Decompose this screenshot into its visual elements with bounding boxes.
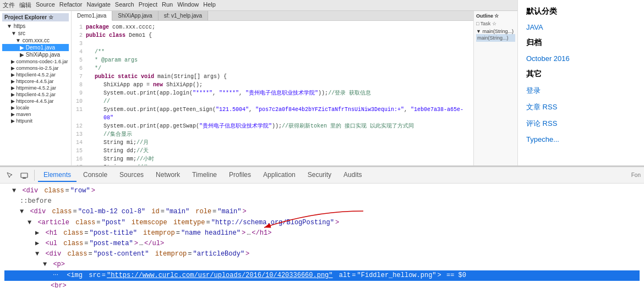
ide-content: Project Explorer ☆ ▼ https ▼ src ▼ com.x… <box>0 11 517 165</box>
dom-line[interactable]: ▶ <h1 class="post-title" itemprop="name … <box>4 228 640 239</box>
tree-item[interactable]: ▶ commons-codec-1.6.jar <box>2 58 69 65</box>
top-section: 文件 编辑 Source Refactor Navigate Search Pr… <box>0 0 644 166</box>
menu-edit[interactable]: 编辑 <box>19 1 31 9</box>
archive-oct2016[interactable]: October 2016 <box>526 53 636 64</box>
devtools-content[interactable]: ▼ <div class="row"> ::before ▼ <div clas… <box>0 184 644 288</box>
menu-source[interactable]: Source <box>36 1 55 9</box>
link-login[interactable]: 登录 <box>526 85 636 97</box>
menu-run[interactable]: Run <box>162 1 173 9</box>
tab-sources[interactable]: Sources <box>114 169 149 182</box>
tree-item[interactable]: ▶ httpcore-4.4.5.jar <box>2 78 69 85</box>
tab-security[interactable]: Security <box>302 169 337 182</box>
category-default: 默认分类 <box>526 5 636 18</box>
tree-item[interactable]: ▶ commons-io-2.5.jar <box>2 65 69 71</box>
tab-demo1[interactable]: Demo1.java <box>72 11 112 21</box>
menu-refactor[interactable]: Refactor <box>59 1 83 9</box>
menu-search[interactable]: Search <box>115 1 134 9</box>
tab-network[interactable]: Network <box>150 169 185 182</box>
category-archive: 归档 <box>526 37 636 49</box>
ide-menubar: 文件 编辑 Source Refactor Navigate Search Pr… <box>0 0 517 11</box>
dom-line[interactable]: ::before <box>4 196 640 207</box>
tree-item[interactable]: ▶ locale <box>2 104 69 111</box>
tab-elements[interactable]: Elements <box>38 169 77 182</box>
dom-line[interactable]: <br> <box>4 281 640 288</box>
box-icon[interactable] <box>18 169 31 182</box>
tree-item[interactable]: ▶ httpclient-4.5.2.jar <box>2 91 69 98</box>
tab-audits[interactable]: Audits <box>338 169 367 182</box>
menu-project[interactable]: Project <box>139 1 157 9</box>
toolbar-divider <box>34 170 35 181</box>
tree-item[interactable]: ▶ httpunit <box>2 118 69 124</box>
dom-line[interactable]: ▼ <div class="row"> <box>4 186 640 196</box>
svg-rect-1 <box>23 178 26 179</box>
tree-item[interactable]: ▼ com.xxx.cc <box>2 37 69 44</box>
dom-line[interactable]: ▼ <div class="post-content" itemprop="ar… <box>4 249 640 259</box>
menu-help[interactable]: Help <box>203 1 216 9</box>
dom-line-selected-img[interactable]: ··· <img src="https://www.curlc.com/usr/… <box>4 270 640 281</box>
tree-item-demo1[interactable]: ▶ Demo1.java <box>2 44 69 51</box>
dom-line[interactable]: ▼ <div class="col-mb-12 col-8" id="main"… <box>4 207 640 217</box>
link-comment-rss[interactable]: 评论 RSS <box>526 118 636 130</box>
link-article-rss[interactable]: 文章 RSS <box>526 101 636 113</box>
tab-shixiapp[interactable]: ShiXiApp.java <box>112 11 158 20</box>
devtools-toolbar: Elements Console Sources Network Timelin… <box>0 167 644 184</box>
devtools-panel: Elements Console Sources Network Timelin… <box>0 166 644 288</box>
tab-timeline[interactable]: Timeline <box>187 169 222 182</box>
category-other: 其它 <box>526 68 636 80</box>
menu-navigate[interactable]: Navigate <box>86 1 110 9</box>
tree-item[interactable]: ▼ src <box>2 30 69 37</box>
category-java[interactable]: JAVA <box>526 22 636 32</box>
tab-profiles[interactable]: Profiles <box>223 169 256 182</box>
project-explorer[interactable]: Project Explorer ☆ ▼ https ▼ src ▼ com.x… <box>0 11 72 165</box>
tab-console[interactable]: Console <box>78 169 113 182</box>
blog-sidebar: 默认分类 JAVA 归档 October 2016 其它 登录 文章 RSS 评… <box>517 0 644 165</box>
tab-application[interactable]: Application <box>258 169 301 182</box>
dom-line[interactable]: ▶ <ul class="post-meta">…</ul> <box>4 239 640 249</box>
link-typeche[interactable]: Typeche... <box>526 134 636 145</box>
svg-rect-0 <box>21 173 28 178</box>
tree-item[interactable]: ▶ maven <box>2 111 69 118</box>
cursor-icon[interactable] <box>3 169 17 182</box>
dom-line[interactable]: ▼ <article class="post" itemscope itemty… <box>4 218 640 228</box>
expand-button[interactable]: ··· <box>51 270 61 278</box>
tab-v1help[interactable]: sf: v1_help.java <box>159 11 209 20</box>
menu-file[interactable]: 文件 <box>3 1 15 9</box>
tree-item[interactable]: ▼ https <box>2 23 69 30</box>
tree-item-shixixpp[interactable]: ▶ ShiXiApp.java <box>2 51 69 58</box>
project-explorer-header: Project Explorer ☆ <box>2 13 69 21</box>
code-editor[interactable]: 1package com.xxx.cccc; 2public class Dem… <box>72 21 473 165</box>
menu-window[interactable]: Window <box>177 1 199 9</box>
tree-item[interactable]: ▶ httpclient-4.5.2.jar <box>2 71 69 78</box>
code-tabs: Demo1.java ShiXiApp.java sf: v1_help.jav… <box>72 11 473 21</box>
outline-panel: Outline ☆ □ Task ☆ ▼ main(String...) mai… <box>473 11 517 165</box>
tree-item[interactable]: ▶ httpcore-4.4.5.jar <box>2 98 69 104</box>
dom-line[interactable]: ▼ <p> <box>4 259 640 270</box>
ide-panel: 文件 编辑 Source Refactor Navigate Search Pr… <box>0 0 517 165</box>
tree-item[interactable]: ▶ httpmime-4.5.2.jar <box>2 85 69 91</box>
font-label: Fon <box>631 172 641 178</box>
